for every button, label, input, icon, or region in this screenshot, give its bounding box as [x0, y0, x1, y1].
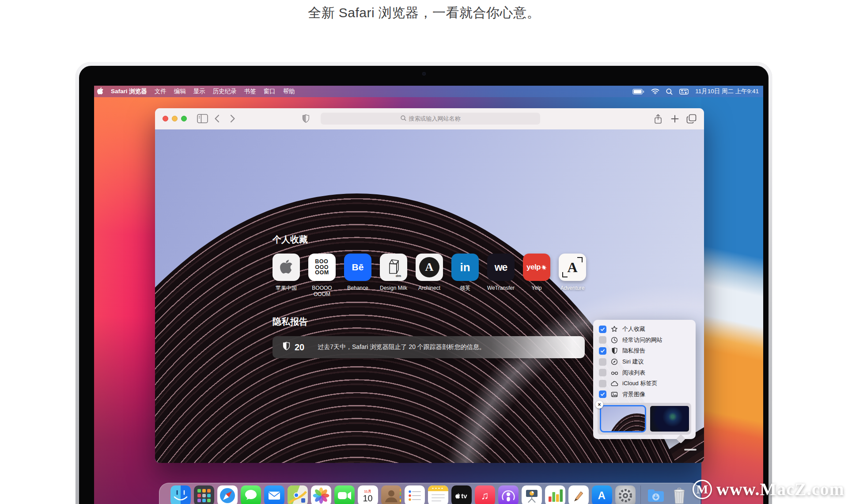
menu-item-help[interactable]: 帮助 — [283, 87, 295, 95]
background-thumbnail-selected[interactable] — [600, 405, 646, 432]
privacy-shield-icon[interactable] — [302, 114, 310, 125]
control-center-icon[interactable] — [679, 89, 689, 95]
checkbox-checked[interactable] — [599, 347, 606, 355]
favorite-label: Design Milk — [377, 285, 410, 291]
tab-overview-icon[interactable] — [686, 114, 697, 125]
dock-launchpad-icon[interactable] — [194, 485, 214, 504]
background-image-picker: × — [598, 403, 691, 435]
dock-facetime-icon[interactable] — [334, 485, 355, 504]
clock-icon — [610, 337, 618, 344]
favorite-wetransfer[interactable]: we WeTransfer — [487, 254, 515, 298]
checkbox-checked[interactable] — [599, 390, 606, 398]
image-icon — [610, 391, 618, 398]
dock-keynote-icon[interactable] — [522, 485, 542, 504]
popover-option-label: 经常访问的网站 — [622, 336, 662, 344]
favorite-yelp[interactable]: yelp Yelp — [523, 254, 550, 298]
popover-option-favorites[interactable]: 个人收藏 — [593, 324, 696, 335]
macbook-screen: Safari 浏览器 文件 编辑 显示 历史纪录 书签 窗口 帮助 11月10日… — [94, 86, 763, 504]
new-tab-icon[interactable] — [670, 114, 679, 125]
checkbox-checked[interactable] — [599, 326, 606, 333]
popover-option-frequently-visited[interactable]: 经常访问的网站 — [593, 335, 696, 346]
dock-photos-icon[interactable] — [311, 485, 331, 504]
dock-mail-icon[interactable] — [264, 485, 284, 504]
menu-bar-clock[interactable]: 11月10日 周二 上午9:41 — [695, 87, 759, 95]
popover-option-label: iCloud 标签页 — [622, 379, 657, 387]
customize-popover: 个人收藏 经常访问的网站 隐私报告 — [593, 320, 696, 439]
battery-icon[interactable] — [632, 89, 644, 95]
menu-item-window[interactable]: 窗口 — [264, 87, 276, 95]
watermark: M www.MacZ.com — [693, 479, 844, 500]
dock-reminders-icon[interactable] — [405, 485, 425, 504]
checkbox-unchecked[interactable] — [599, 369, 606, 376]
privacy-report-bar[interactable]: 20 过去7天中，Safari 浏览器阻止了 20 个跟踪器剖析您的信息。 — [273, 336, 585, 358]
popover-option-reading-list[interactable]: 阅读列表 — [593, 367, 696, 378]
calendar-month: 11月 — [364, 490, 371, 493]
sidebar-toggle-button[interactable] — [197, 114, 208, 125]
dock-music-icon[interactable]: ♫ — [475, 485, 495, 504]
wifi-icon[interactable] — [651, 88, 659, 95]
tv-glyph: tv — [461, 492, 467, 500]
dock-downloads-icon[interactable] — [646, 485, 666, 504]
favorite-adventure[interactable]: A Adventure — [559, 254, 586, 298]
search-placeholder: 搜索或输入网站名称 — [409, 115, 461, 123]
share-icon[interactable] — [654, 114, 662, 126]
glasses-icon — [610, 369, 618, 376]
menu-item-view[interactable]: 显示 — [193, 87, 205, 95]
wallpaper-right-bands — [701, 86, 763, 504]
forward-button[interactable] — [230, 114, 235, 125]
dock-tv-icon[interactable]: tv — [451, 485, 472, 504]
favorite-label: Archinect — [413, 285, 446, 291]
menu-item-file[interactable]: 文件 — [155, 87, 167, 95]
background-thumbnail-flower[interactable] — [650, 406, 689, 432]
dock-contacts-icon[interactable] — [381, 485, 401, 504]
checkbox-unchecked[interactable] — [599, 358, 606, 366]
popover-option-siri-suggestions[interactable]: Siri 建议 — [593, 356, 696, 368]
dock-appstore-icon[interactable]: A — [592, 485, 612, 504]
address-search-field[interactable]: 搜索或输入网站名称 — [321, 113, 540, 125]
dock-finder-icon[interactable] — [170, 485, 191, 504]
customize-start-page-button[interactable] — [684, 449, 697, 451]
dock-podcasts-icon[interactable] — [498, 485, 519, 504]
camera-dot — [422, 72, 426, 76]
dock-messages-icon[interactable] — [241, 485, 261, 504]
favorite-booooooom[interactable]: BOO OOO OOM BOOOO OOOM — [308, 254, 336, 298]
dock-maps-icon[interactable] — [288, 485, 308, 504]
favorite-design-milk[interactable]: dm Design Milk — [380, 254, 407, 298]
popover-option-background-image[interactable]: 背景图像 — [593, 389, 696, 400]
popover-option-label: 个人收藏 — [622, 325, 645, 333]
music-note-glyph: ♫ — [481, 489, 489, 502]
popover-option-label: Siri 建议 — [622, 358, 644, 366]
stage: 全新 Safari 浏览器，一看就合你心意。 Safari 浏览器 文件 编辑 … — [0, 0, 848, 504]
popover-option-privacy-report[interactable]: 隐私报告 — [593, 345, 696, 356]
checkbox-unchecked[interactable] — [599, 336, 606, 344]
minimize-button[interactable] — [172, 116, 178, 121]
dock-calendar-icon[interactable]: 11月 10 — [358, 485, 378, 504]
favorite-archinect[interactable]: A Archinect — [416, 254, 443, 298]
dock-pages-icon[interactable] — [568, 485, 589, 504]
dock-numbers-icon[interactable] — [545, 485, 565, 504]
safari-window: 搜索或输入网站名称 — [155, 108, 704, 463]
back-button[interactable] — [214, 114, 220, 125]
favorite-apple-china[interactable]: 苹果中国 — [273, 254, 300, 298]
dock-system-preferences-icon[interactable] — [615, 485, 636, 504]
popover-option-icloud-tabs[interactable]: iCloud 标签页 — [593, 378, 696, 389]
dock-notes-icon[interactable] — [428, 485, 448, 504]
favorite-linkedin[interactable]: in 领英 — [451, 254, 479, 298]
dock-safari-icon[interactable] — [217, 485, 238, 504]
favorite-behance[interactable]: Bē Behance — [344, 254, 371, 298]
menu-item-bookmarks[interactable]: 书签 — [244, 87, 256, 95]
menu-item-safari[interactable]: Safari 浏览器 — [111, 87, 147, 95]
checkbox-unchecked[interactable] — [599, 380, 606, 387]
favorites-title: 个人收藏 — [273, 234, 308, 246]
archinect-tile-text: A — [425, 261, 434, 274]
adventure-tile-text: A — [567, 259, 577, 276]
dock-trash-icon[interactable] — [669, 485, 689, 504]
search-icon[interactable] — [666, 88, 673, 95]
menu-item-history[interactable]: 历史纪录 — [213, 87, 237, 95]
favorites-row: 苹果中国 BOO OOO OOM BOOOO OOOM Bē Behance — [273, 254, 586, 298]
apple-menu-icon[interactable] — [97, 87, 103, 96]
menu-item-edit[interactable]: 编辑 — [174, 87, 186, 95]
zoom-button[interactable] — [181, 116, 187, 121]
close-button[interactable] — [163, 116, 168, 121]
favorite-label: 领英 — [448, 285, 482, 291]
